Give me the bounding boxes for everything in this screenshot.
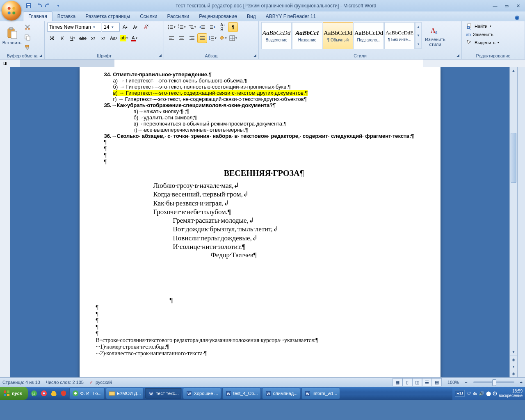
align-center-icon[interactable] [177, 33, 187, 43]
clear-formatting-icon[interactable]: A✕ [141, 22, 151, 32]
sort-icon[interactable]: А↓Я [218, 22, 228, 32]
tab-review[interactable]: Рецензирование [194, 12, 242, 21]
status-words[interactable]: Число слов: 2 105 [46, 380, 84, 385]
styles-launcher-icon[interactable]: ◢ [455, 52, 461, 58]
tab-mailings[interactable]: Рассылки [162, 12, 194, 21]
tab-layout[interactable]: Разметка страницы [80, 12, 135, 21]
font-color-icon[interactable]: A▾ [129, 33, 139, 43]
taskbar-item-word4[interactable]: Wолимпиад... [262, 388, 301, 399]
qat-customize-icon[interactable]: ▼ [54, 2, 62, 10]
taskbar-item-chrome[interactable]: Ф. И. Тю... [69, 388, 105, 399]
strikethrough-icon[interactable]: abc [78, 33, 88, 43]
select-button[interactable]: Выделить ▾ [464, 39, 501, 47]
tab-references[interactable]: Ссылки [135, 12, 162, 21]
format-painter-icon[interactable] [23, 43, 32, 52]
style-nointerval[interactable]: AaBbCcDdE¶ Без инте... [384, 22, 415, 49]
increase-indent-icon[interactable] [208, 22, 217, 32]
paragraph-launcher-icon[interactable]: ◢ [252, 52, 258, 58]
taskbar-item-explorer[interactable]: E:\МОИ Д... [106, 388, 144, 399]
ql-chrome-icon[interactable] [39, 389, 48, 398]
zoom-in-icon[interactable]: + [520, 380, 523, 385]
replace-button[interactable]: ab Заменить [464, 31, 501, 38]
scroll-down-icon[interactable]: ▼ [510, 349, 517, 355]
scroll-thumb[interactable] [511, 133, 516, 183]
bold-icon[interactable]: Ж [47, 33, 57, 43]
ql-utorrent-icon[interactable]: µ [30, 389, 39, 398]
zoom-level[interactable]: 100% [447, 380, 459, 385]
line-spacing-icon[interactable]: ▾ [208, 33, 217, 43]
style-highlight[interactable]: AaBbCcDdВыделение [261, 22, 292, 49]
styles-gallery[interactable]: AaBbCcDdВыделение AaBbCcIНазвание AaBbCc… [261, 22, 422, 49]
tray-volume-icon[interactable]: 🔊 [479, 391, 484, 396]
tab-insert[interactable]: Вставка [52, 12, 81, 21]
save-icon[interactable] [25, 2, 33, 10]
shading-icon[interactable]: ▾ [218, 33, 228, 43]
align-right-icon[interactable] [187, 33, 197, 43]
zoom-slider[interactable] [473, 381, 514, 383]
horizontal-ruler[interactable] [20, 59, 423, 67]
clipboard-launcher-icon[interactable]: ◢ [38, 52, 43, 58]
grow-font-icon[interactable]: A▴ [120, 22, 130, 32]
tray-network-icon[interactable]: 🖧 [472, 391, 477, 396]
tray-clock[interactable]: 18:59 воскресенье [499, 389, 523, 398]
styles-scroll[interactable]: ▲▼▾ [415, 22, 422, 49]
change-case-icon[interactable]: Aa▾ [109, 33, 119, 43]
find-button[interactable]: Найти ▾ [464, 22, 501, 30]
italic-icon[interactable]: К [57, 33, 67, 43]
ql-drive-icon[interactable] [49, 389, 58, 398]
multilevel-list-icon[interactable]: ▾ [187, 22, 197, 32]
status-page[interactable]: Страница: 4 из 10 [2, 380, 40, 385]
subscript-icon[interactable]: x2 [88, 33, 98, 43]
tray-shield-icon[interactable]: 🛡 [466, 391, 471, 396]
start-button[interactable]: пуск [0, 387, 28, 400]
tray-av-icon[interactable]: ⬤ [486, 391, 491, 396]
show-hide-pilcrow-icon[interactable]: ¶ [228, 22, 238, 32]
ql-av-icon[interactable] [59, 389, 68, 398]
tab-abbyy[interactable]: ABBYY FineReader 11 [261, 12, 321, 21]
decrease-indent-icon[interactable] [197, 22, 207, 32]
tray-lang[interactable]: RU [455, 390, 465, 397]
view-print-layout-icon[interactable]: ▦ [393, 378, 402, 386]
maximize-button[interactable]: ▭ [501, 2, 512, 9]
font-size-combo[interactable]: 14▼ [102, 23, 120, 32]
shrink-font-icon[interactable]: A▾ [130, 22, 140, 32]
bullets-icon[interactable]: ▾ [167, 22, 176, 32]
redo-icon[interactable] [44, 2, 52, 10]
minimize-button[interactable]: — [490, 2, 500, 9]
zoom-out-icon[interactable]: − [465, 380, 467, 385]
vertical-scrollbar[interactable]: ▲ ▼ ◉ ● ◉ [509, 67, 517, 377]
style-subtitle[interactable]: AaBbCcDdПодзаголо... [354, 22, 384, 49]
borders-icon[interactable]: ▾ [228, 33, 238, 43]
view-outline-icon[interactable]: ☰ [422, 378, 432, 386]
cut-icon[interactable] [23, 22, 32, 32]
font-launcher-icon[interactable]: ◢ [157, 52, 163, 58]
numbering-icon[interactable]: 123▾ [177, 22, 187, 32]
scroll-up-icon[interactable]: ▲ [510, 67, 517, 74]
view-fullscreen-icon[interactable]: ▯ [402, 378, 412, 386]
taskbar-item-word-active[interactable]: Wтест текс... [145, 388, 181, 399]
copy-icon[interactable] [23, 32, 32, 42]
undo-icon[interactable] [34, 2, 43, 10]
highlight-icon[interactable]: ab▾ [119, 33, 129, 43]
taskbar-item-word5[interactable]: Winform_w1... [301, 388, 340, 399]
align-left-icon[interactable] [167, 33, 176, 43]
taskbar-item-word3[interactable]: Wtest_4_Ob... [222, 388, 261, 399]
help-icon[interactable]: ◉ [512, 14, 522, 21]
document-area[interactable]: 34. Отметьте·правильное·утверждение.¶ а)… [10, 67, 509, 377]
tab-view[interactable]: Вид [242, 12, 261, 21]
office-button[interactable] [2, 1, 21, 21]
next-page-icon[interactable]: ◉ [510, 370, 517, 377]
view-draft-icon[interactable]: ▤ [432, 378, 442, 386]
tray-power-icon[interactable]: ⏻ [493, 391, 497, 396]
taskbar-item-word2[interactable]: WХорошие ... [183, 388, 221, 399]
ruler-corner[interactable]: ◨ [0, 59, 10, 67]
vertical-ruler[interactable] [0, 67, 10, 377]
style-normal[interactable]: AaBbCcDd¶ Обычный [323, 22, 353, 49]
view-web-icon[interactable]: ◫ [412, 378, 422, 386]
close-button[interactable]: ✕ [513, 2, 523, 9]
browse-object-icon[interactable]: ● [510, 363, 517, 370]
status-lang[interactable]: ✓ русский [89, 380, 112, 385]
superscript-icon[interactable]: x2 [98, 33, 108, 43]
tab-home[interactable]: Главная [23, 11, 52, 21]
paste-button[interactable]: Вставить [2, 22, 21, 50]
